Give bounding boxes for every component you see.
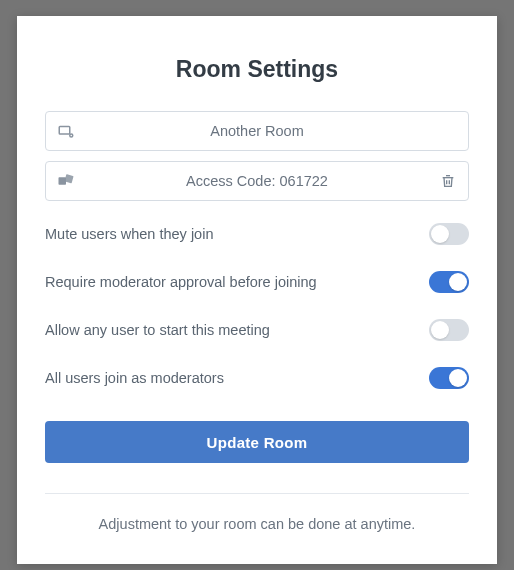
- update-room-button[interactable]: Update Room: [45, 421, 469, 463]
- svg-rect-0: [59, 127, 70, 135]
- setting-mute-label: Mute users when they join: [45, 226, 213, 242]
- setting-approval-label: Require moderator approval before joinin…: [45, 274, 317, 290]
- setting-join-as-mod-label: All users join as moderators: [45, 370, 224, 386]
- setting-mute: Mute users when they join: [45, 223, 469, 245]
- room-name-field[interactable]: Another Room: [45, 111, 469, 151]
- setting-anyone-start: Allow any user to start this meeting: [45, 319, 469, 341]
- footer-note: Adjustment to your room can be done at a…: [45, 516, 469, 532]
- setting-join-as-mod: All users join as moderators: [45, 367, 469, 389]
- svg-point-1: [70, 134, 73, 137]
- access-code-text: Access Code: 061722: [86, 173, 428, 189]
- setting-join-as-mod-toggle[interactable]: [429, 367, 469, 389]
- room-settings-modal: Room Settings Another Room Access Code: …: [17, 16, 497, 564]
- setting-approval-toggle[interactable]: [429, 271, 469, 293]
- access-code-field[interactable]: Access Code: 061722: [45, 161, 469, 201]
- setting-anyone-start-label: Allow any user to start this meeting: [45, 322, 270, 338]
- delete-access-code-button[interactable]: [428, 173, 468, 189]
- dice-icon: [46, 172, 86, 190]
- divider: [45, 493, 469, 494]
- settings-list: Mute users when they join Require modera…: [45, 223, 469, 389]
- room-icon: [46, 122, 86, 140]
- room-name-text: Another Room: [86, 123, 468, 139]
- setting-anyone-start-toggle[interactable]: [429, 319, 469, 341]
- modal-title: Room Settings: [45, 56, 469, 83]
- setting-mute-toggle[interactable]: [429, 223, 469, 245]
- setting-approval: Require moderator approval before joinin…: [45, 271, 469, 293]
